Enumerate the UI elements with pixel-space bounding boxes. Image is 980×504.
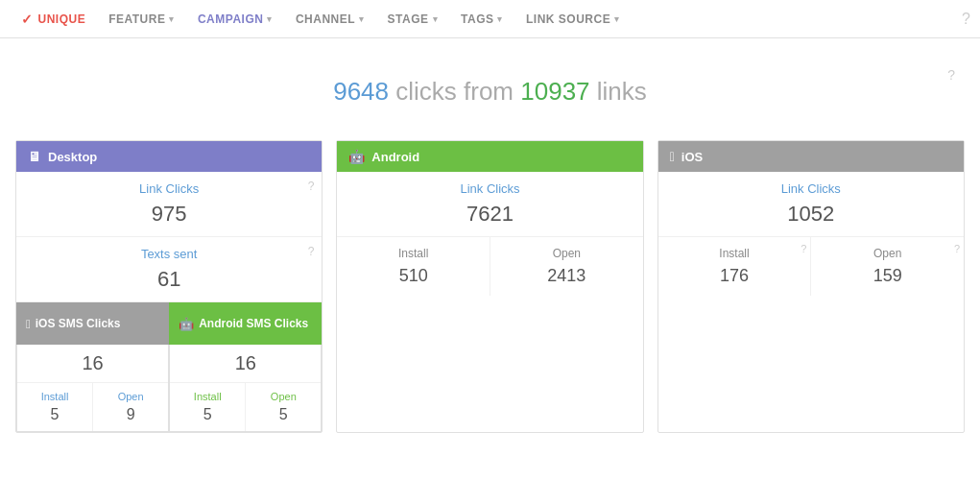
android-sms-label: Android SMS Clicks bbox=[199, 317, 308, 330]
ios-card-header:  iOS bbox=[658, 141, 964, 172]
ios-install-label: Install bbox=[666, 247, 803, 260]
desktop-link-clicks-section: Link Clicks 975 ? bbox=[16, 172, 322, 237]
nav-item-link-source[interactable]: LINK SOURCE ▾ bbox=[514, 0, 632, 37]
desktop-link-clicks-value: 975 bbox=[28, 202, 310, 227]
chevron-down-icon: ▾ bbox=[433, 14, 439, 24]
ios-sms-value: 16 bbox=[27, 352, 158, 374]
chevron-down-icon: ▾ bbox=[359, 14, 365, 24]
ios-install-stat: Install 176 ? bbox=[658, 237, 812, 296]
android-sms-card: 🤖 Android SMS Clicks 16 Install 5 bbox=[169, 302, 322, 432]
nav-label-feature: FEATURE bbox=[108, 12, 165, 26]
ios-sms-header:  iOS SMS Clicks bbox=[16, 302, 169, 345]
summary-help-icon[interactable]: ? bbox=[947, 67, 955, 83]
ios-sms-card:  iOS SMS Clicks 16 Install 5 bbox=[16, 302, 169, 432]
nav-label-link-source: LINK SOURCE bbox=[526, 12, 610, 26]
desktop-texts-sent-help[interactable]: ? bbox=[308, 245, 315, 258]
android-sms-open-stat: Open 5 bbox=[246, 383, 321, 431]
desktop-card-body: Link Clicks 975 ? Texts sent 61 ? bbox=[16, 172, 322, 302]
nav-label-unique: UNIQUE bbox=[38, 12, 86, 26]
desktop-header-label: Desktop bbox=[48, 150, 97, 164]
help-icon[interactable]: ? bbox=[962, 11, 970, 28]
android-sms-icon: 🤖 bbox=[179, 317, 194, 331]
android-sms-sub-stats: Install 5 Open 5 bbox=[170, 383, 321, 431]
summary-suffix: links bbox=[597, 77, 647, 106]
android-link-clicks-section: Link Clicks 7621 bbox=[337, 172, 642, 237]
ios-header-label: iOS bbox=[681, 150, 703, 164]
ios-sub-stats: Install 176 ? Open 159 ? bbox=[658, 237, 964, 296]
ios-sms-value-section: 16 bbox=[17, 345, 168, 383]
desktop-card-header: 🖥 Desktop bbox=[16, 141, 322, 172]
ios-card-body: Link Clicks 1052 Install 176 ? Open 159 … bbox=[658, 172, 964, 296]
android-card-body: Link Clicks 7621 Install 510 Open 2413 bbox=[337, 172, 642, 296]
android-link-clicks-label: Link Clicks bbox=[348, 181, 631, 196]
links-number: 10937 bbox=[520, 77, 589, 106]
apple-header-icon:  bbox=[670, 149, 675, 164]
desktop-texts-sent-section: Texts sent 61 ? bbox=[16, 237, 322, 302]
summary-bar: ? 9648 clicks from 10937 links bbox=[15, 58, 965, 131]
android-sms-install-stat: Install 5 bbox=[170, 383, 246, 431]
ios-sms-open-label: Open bbox=[97, 391, 164, 402]
nav-label-channel: CHANNEL bbox=[296, 12, 355, 26]
ios-sms-open-value: 9 bbox=[97, 406, 164, 423]
ios-card:  iOS Link Clicks 1052 Install 176 ? Ope… bbox=[657, 140, 965, 433]
ios-install-help[interactable]: ? bbox=[801, 243, 806, 254]
ios-link-clicks-value: 1052 bbox=[670, 202, 952, 227]
main-content: ? 9648 clicks from 10937 links 🖥 Desktop… bbox=[0, 38, 980, 452]
ios-sms-install-stat: Install 5 bbox=[17, 383, 93, 431]
clicks-number: 9648 bbox=[333, 77, 389, 106]
ios-open-help[interactable]: ? bbox=[954, 243, 960, 254]
desktop-icon: 🖥 bbox=[28, 149, 41, 164]
android-sms-value-section: 16 bbox=[170, 345, 321, 383]
nav-item-campaign[interactable]: CAMPAIGN ▾ bbox=[186, 0, 284, 37]
ios-sms-label: iOS SMS Clicks bbox=[36, 317, 121, 330]
android-install-value: 510 bbox=[345, 266, 482, 286]
ios-sms-body: 16 Install 5 Open 9 bbox=[16, 345, 169, 432]
android-card: 🤖 Android Link Clicks 7621 Install 510 O… bbox=[336, 140, 643, 433]
desktop-texts-sent-value: 61 bbox=[28, 267, 310, 292]
desktop-link-clicks-help[interactable]: ? bbox=[308, 180, 315, 193]
ios-open-stat: Open 159 ? bbox=[811, 237, 964, 296]
ios-sms-open-stat: Open 9 bbox=[93, 383, 168, 431]
summary-middle-text: clicks from bbox=[395, 77, 520, 106]
android-open-stat: Open 2413 bbox=[490, 237, 643, 296]
chevron-down-icon: ▾ bbox=[169, 14, 175, 24]
check-icon: ✓ bbox=[21, 12, 34, 27]
android-sms-body: 16 Install 5 Open 5 bbox=[169, 345, 322, 432]
android-sub-stats: Install 510 Open 2413 bbox=[337, 237, 642, 296]
ios-install-value: 176 bbox=[666, 266, 803, 286]
android-card-header: 🤖 Android bbox=[337, 141, 642, 172]
ios-sms-install-value: 5 bbox=[21, 406, 88, 423]
ios-link-clicks-label: Link Clicks bbox=[670, 181, 952, 196]
android-sms-value: 16 bbox=[179, 352, 311, 374]
top-navigation: ✓ UNIQUE FEATURE ▾ CAMPAIGN ▾ CHANNEL ▾ … bbox=[0, 0, 980, 38]
android-open-label: Open bbox=[498, 247, 635, 260]
nav-item-feature[interactable]: FEATURE ▾ bbox=[97, 0, 186, 37]
desktop-texts-sent-label: Texts sent bbox=[28, 247, 310, 261]
android-link-clicks-value: 7621 bbox=[348, 202, 631, 227]
ios-link-clicks-section: Link Clicks 1052 bbox=[658, 172, 964, 237]
nav-label-tags: TAGS bbox=[461, 12, 493, 26]
android-open-value: 2413 bbox=[498, 266, 635, 286]
android-install-stat: Install 510 bbox=[337, 237, 490, 296]
android-header-label: Android bbox=[371, 150, 419, 164]
cards-row: 🖥 Desktop Link Clicks 975 ? Texts sent 6… bbox=[15, 140, 965, 433]
android-icon: 🤖 bbox=[348, 149, 365, 164]
ios-open-label: Open bbox=[819, 247, 956, 260]
android-install-label: Install bbox=[345, 247, 482, 260]
chevron-down-icon: ▾ bbox=[614, 14, 620, 24]
nav-item-stage[interactable]: STAGE ▾ bbox=[376, 0, 449, 37]
desktop-link-clicks-label: Link Clicks bbox=[28, 181, 310, 196]
nav-item-tags[interactable]: TAGS ▾ bbox=[449, 0, 514, 37]
ios-open-value: 159 bbox=[819, 266, 956, 286]
sms-row:  iOS SMS Clicks 16 Install 5 bbox=[16, 302, 322, 432]
nav-item-unique[interactable]: ✓ UNIQUE bbox=[10, 0, 97, 37]
chevron-down-icon: ▾ bbox=[267, 14, 273, 24]
ios-sms-sub-stats: Install 5 Open 9 bbox=[17, 383, 168, 431]
android-sms-open-value: 5 bbox=[250, 406, 317, 423]
chevron-down-icon: ▾ bbox=[497, 14, 503, 24]
apple-icon:  bbox=[26, 317, 31, 331]
nav-item-channel[interactable]: CHANNEL ▾ bbox=[284, 0, 376, 37]
ios-sms-install-label: Install bbox=[21, 391, 88, 402]
nav-label-stage: STAGE bbox=[388, 12, 429, 26]
android-sms-open-label: Open bbox=[250, 391, 317, 402]
